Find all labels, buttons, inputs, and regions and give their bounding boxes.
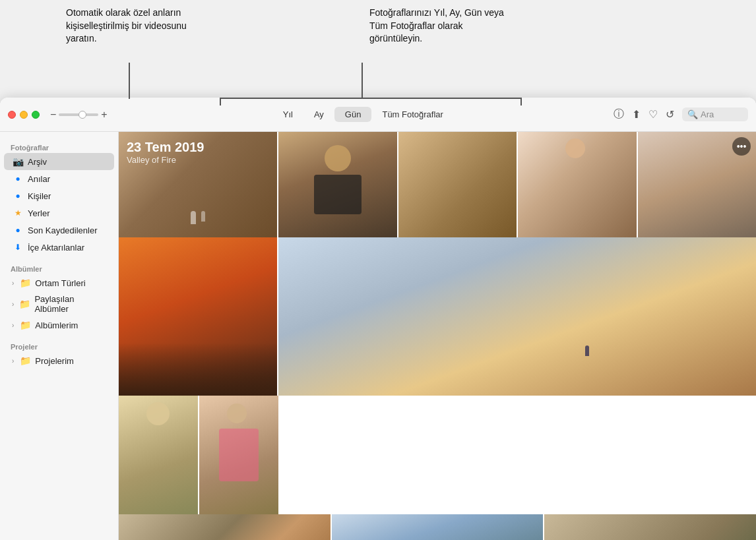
sidebar-item-arsiv-label: Arşiv [28,157,47,167]
tab-yil[interactable]: Yıl [272,107,303,122]
anilar-icon: ● [12,173,24,185]
paylasilan-icon: 📁 [19,298,30,310]
sidebar-item-ortamturleri[interactable]: › 📁 Ortam Türleri [4,274,114,291]
photo-cell-9[interactable] [199,396,278,514]
close-button[interactable] [8,111,16,119]
sidebar-item-iceaktarilanlar-label: İçe Aktarılanlar [28,243,84,253]
sidebar-section-albums: Albümler [0,261,118,274]
sidebar-item-albumlerim[interactable]: › 📁 Albümlerim [4,316,114,334]
kisiler-icon: ● [12,190,24,202]
sidebar-item-projelerim-label: Projelerim [35,356,74,366]
arsiv-icon: 📷 [12,156,24,167]
zoom-slider[interactable] [59,113,98,116]
more-icon: ••• [737,141,747,152]
photo-cell-12[interactable]: +3 [544,514,756,540]
empty-area [280,396,756,514]
photo-cell-6[interactable] [119,237,277,396]
sidebar-item-sonkaydedilenler-label: Son Kaydedilenler [28,225,98,235]
sidebar-item-sonkaydedilenler[interactable]: ● Son Kaydedilenler [4,222,114,239]
ortam-icon: 📁 [19,277,31,289]
sidebar-section-photos: Fotoğraflar [0,140,118,153]
sidebar: Fotoğraflar 📷 Arşiv ● Anılar ● Kişiler ★… [0,132,119,540]
yerler-icon: ★ [12,207,24,219]
main-window: − + Yıl Ay Gün Tüm Fotoğraflar ⓘ ⬆ ♡ ↺ 🔍… [0,98,756,540]
sidebar-item-albumlerim-label: Albümlerim [35,320,78,330]
search-box[interactable]: 🔍 Ara [682,107,748,121]
date-place-1: Valley of Fire [127,155,205,165]
section-23-tem: 23 Tem 2019 Valley of Fire [119,132,756,540]
top-photo-row: 23 Tem 2019 Valley of Fire [119,132,756,237]
photo-area[interactable]: 23 Tem 2019 Valley of Fire [119,132,756,540]
sonkaydedilenler-icon: ● [12,224,24,236]
annotation-line-right [362,63,363,99]
tab-gun[interactable]: Gün [334,107,372,122]
traffic-lights [8,111,40,119]
sidebar-item-paylasilan-label: Paylaşılan Albümler [34,294,106,314]
photo-cell-7[interactable] [278,237,756,396]
sidebar-item-yerler-label: Yerler [28,208,49,218]
sidebar-item-yerler[interactable]: ★ Yerler [4,204,114,222]
chevron-projelerim-icon: › [12,357,14,365]
photo-cell-8[interactable] [119,396,198,514]
bottom-photo-row: +3 [119,514,756,540]
chevron-ortam-icon: › [12,280,14,287]
photo-inner-2 [278,132,397,237]
photo-cell-3[interactable] [398,132,517,237]
annotation-right-text: Fotoğraflarınızı Yıl, Ay, Gün veya Tüm F… [369,7,515,45]
iceaktarilanlar-icon: ⬇ [12,241,24,253]
annotation-line-left [129,63,130,99]
sidebar-item-kisiler[interactable]: ● Kişiler [4,187,114,204]
maximize-button[interactable] [32,111,40,119]
sidebar-item-anilar[interactable]: ● Anılar [4,170,114,187]
sidebar-item-projelerim[interactable]: › 📁 Projelerim [4,352,114,369]
tab-tum[interactable]: Tüm Fotoğraflar [371,107,453,122]
photo-cell-1[interactable]: 23 Tem 2019 Valley of Fire [119,132,277,237]
middle-photo-row [119,237,756,396]
share-icon[interactable]: ⬆ [632,108,641,121]
sidebar-item-anilar-label: Anılar [28,174,50,184]
toolbar-actions: ⓘ ⬆ ♡ ↺ 🔍 Ara [614,107,748,121]
date-title-1: 23 Tem 2019 [127,140,205,155]
zoom-in-button[interactable]: + [101,109,107,120]
photo-cell-4[interactable] [518,132,637,237]
albumlerim-icon: 📁 [19,319,31,331]
chevron-paylasilan-icon: › [12,301,14,308]
info-icon[interactable]: ⓘ [614,107,624,121]
minimize-button[interactable] [20,111,28,119]
main-content: Fotoğraflar 📷 Arşiv ● Anılar ● Kişiler ★… [0,132,756,540]
zoom-slider-thumb [79,111,86,119]
rotate-icon[interactable]: ↺ [666,108,674,121]
tab-ay[interactable]: Ay [303,107,334,122]
third-photo-row [119,396,756,514]
photo-cell-11[interactable] [332,514,544,540]
photo-cell-2[interactable] [278,132,397,237]
favorite-icon[interactable]: ♡ [648,108,658,121]
toolbar-tabs: Yıl Ay Gün Tüm Fotoğraflar [118,107,608,122]
search-placeholder: Ara [701,109,714,119]
zoom-out-button[interactable]: − [50,109,56,120]
sidebar-item-paylasilan[interactable]: › 📁 Paylaşılan Albümler [4,291,114,316]
photo-cell-5[interactable]: ••• [638,132,757,237]
projelerim-icon: 📁 [19,355,31,367]
more-options-button[interactable]: ••• [732,137,751,156]
chevron-albumlerim-icon: › [12,322,14,329]
photo-cell-10[interactable] [119,514,331,540]
sidebar-item-kisiler-label: Kişiler [28,191,51,201]
zoom-control: − + [50,109,108,120]
titlebar: − + Yıl Ay Gün Tüm Fotoğraflar ⓘ ⬆ ♡ ↺ 🔍… [0,98,756,132]
sidebar-item-ortam-label: Ortam Türleri [35,278,85,288]
sidebar-item-arsiv[interactable]: 📷 Arşiv [4,153,114,170]
search-icon: 🔍 [687,109,698,119]
annotation-layer: Otomatik olarak özel anların kişiselleşt… [0,0,756,98]
sidebar-section-projeler: Projeler [0,339,118,352]
sidebar-item-iceaktarilanlar[interactable]: ⬇ İçe Aktarılanlar [4,239,114,256]
annotation-left-text: Otomatik olarak özel anların kişiselleşt… [66,7,198,45]
